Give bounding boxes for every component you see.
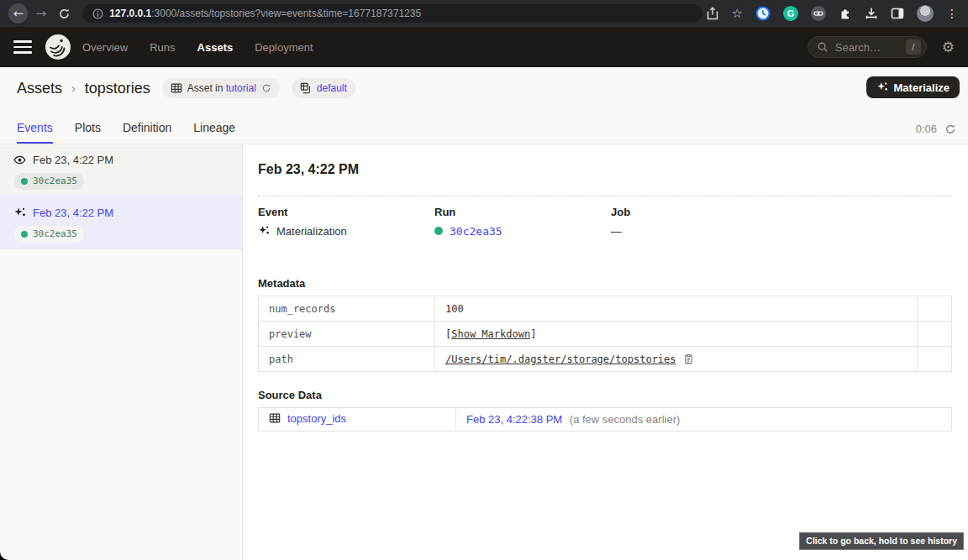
address-bar[interactable]: 127.0.0.1:3000/assets/topstories?view=ev… bbox=[82, 4, 702, 23]
tab-lineage[interactable]: Lineage bbox=[193, 121, 235, 144]
primary-nav: Overview Runs Assets Deployment bbox=[82, 41, 313, 54]
source-time-cell: Feb 23, 4:22:38 PM (a few seconds earlie… bbox=[456, 408, 952, 432]
hamburger-menu-icon[interactable] bbox=[13, 40, 32, 54]
browser-forward-button[interactable]: → bbox=[31, 3, 50, 24]
source-asset-link[interactable]: topstory_ids bbox=[269, 412, 346, 425]
run-id-pill[interactable]: 30c2ea35 bbox=[14, 226, 84, 243]
extension-clock-icon[interactable] bbox=[755, 6, 771, 21]
breadcrumb-assets-link[interactable]: Assets bbox=[17, 80, 62, 97]
event-list-item-observation[interactable]: Feb 23, 4:22 PM 30c2ea35 bbox=[0, 144, 242, 194]
badge-refresh-icon[interactable] bbox=[261, 83, 271, 93]
downloads-icon[interactable] bbox=[865, 7, 878, 20]
observation-eye-icon bbox=[13, 154, 26, 166]
dagster-logo[interactable] bbox=[45, 34, 71, 60]
event-detail-title: Feb 23, 4:22 PM bbox=[258, 161, 952, 178]
reload-icon bbox=[58, 8, 71, 20]
extensions-puzzle-icon[interactable] bbox=[839, 7, 852, 20]
table-row: path /Users/tim/.dagster/storage/topstor… bbox=[259, 347, 952, 372]
window-corner bbox=[0, 552, 8, 560]
copy-clipboard-icon[interactable] bbox=[683, 353, 694, 365]
refresh-icon[interactable] bbox=[944, 123, 956, 135]
search-input[interactable] bbox=[834, 40, 901, 55]
source-data-section-title: Source Data bbox=[258, 389, 952, 401]
browser-back-tooltip: Click to go back, hold to see history bbox=[799, 532, 964, 550]
nav-item-overview[interactable]: Overview bbox=[82, 41, 128, 54]
event-list-item-materialization[interactable]: Feb 23, 4:22 PM 30c2ea35 bbox=[0, 194, 242, 249]
search-shortcut-badge: / bbox=[906, 39, 921, 55]
extension-grammarly-icon[interactable]: G bbox=[783, 6, 798, 21]
job-column: Job — bbox=[611, 206, 787, 238]
run-status-dot bbox=[21, 231, 28, 238]
metadata-key: preview bbox=[259, 322, 435, 347]
group-badge-label: default bbox=[317, 82, 347, 94]
breadcrumb-chevron-icon: › bbox=[71, 81, 76, 95]
nav-item-deployment[interactable]: Deployment bbox=[255, 41, 313, 54]
tab-definition[interactable]: Definition bbox=[123, 121, 171, 144]
reading-list-panel-icon[interactable] bbox=[891, 7, 904, 20]
group-copy-icon bbox=[300, 82, 312, 94]
metadata-spacer-cell bbox=[918, 296, 952, 322]
run-column-label: Run bbox=[434, 206, 611, 218]
share-icon[interactable] bbox=[706, 7, 719, 20]
event-list-sidebar: Feb 23, 4:22 PM 30c2ea35 Feb 23, 4:22 PM… bbox=[0, 144, 243, 560]
breadcrumb-current-asset: topstories bbox=[85, 80, 150, 97]
event-timestamp: Feb 23, 4:22 PM bbox=[33, 207, 113, 219]
detail-divider bbox=[258, 196, 952, 196]
browser-menu-kebab-icon[interactable]: ⋮ bbox=[946, 7, 958, 20]
event-type-value: Materialization bbox=[276, 225, 347, 238]
tutorial-link[interactable]: tutorial bbox=[226, 82, 256, 94]
nav-item-runs[interactable]: Runs bbox=[150, 41, 175, 54]
url-host: 127.0.0.1 bbox=[109, 8, 151, 19]
materialize-button-label: Materialize bbox=[894, 81, 950, 94]
asset-grid-icon bbox=[171, 82, 182, 94]
table-row: topstory_ids Feb 23, 4:22:38 PM (a few s… bbox=[259, 408, 952, 432]
metadata-spacer-cell bbox=[918, 347, 952, 372]
run-id-link[interactable]: 30c2ea35 bbox=[450, 225, 502, 238]
bracket-close: ] bbox=[530, 328, 536, 340]
run-id-pill[interactable]: 30c2ea35 bbox=[14, 173, 84, 190]
asset-group-badge[interactable]: default bbox=[292, 78, 355, 98]
event-column-label: Event bbox=[258, 206, 434, 218]
table-row: preview [Show Markdown] bbox=[259, 322, 952, 347]
search-icon bbox=[817, 41, 829, 53]
tab-plots[interactable]: Plots bbox=[75, 121, 101, 144]
run-id-label: 30c2ea35 bbox=[33, 175, 77, 186]
show-markdown-link[interactable]: Show Markdown bbox=[451, 328, 530, 340]
browser-actions: ☆ G ⋮ bbox=[706, 5, 960, 22]
event-summary-columns: Event Materialization Run 30c2ea35 Job — bbox=[258, 206, 952, 238]
asset-page-header: Assets › topstories Asset in tutorial de… bbox=[0, 67, 968, 144]
nav-item-assets[interactable]: Assets bbox=[197, 41, 234, 54]
metadata-value: 100 bbox=[435, 296, 918, 322]
site-info-icon[interactable] bbox=[92, 8, 103, 19]
asset-tutorial-badge[interactable]: Asset in tutorial bbox=[162, 78, 280, 98]
metadata-key: path bbox=[259, 347, 435, 372]
source-time-note: (a few seconds earlier) bbox=[570, 413, 681, 426]
table-row: num_records 100 bbox=[259, 296, 952, 322]
refresh-countdown: 0:06 bbox=[916, 123, 937, 135]
path-link[interactable]: /Users/tim/.dagster/storage/topstories bbox=[445, 353, 676, 365]
metadata-key: num_records bbox=[259, 296, 435, 322]
run-column: Run 30c2ea35 bbox=[434, 206, 611, 238]
asset-tabs: Events Plots Definition Lineage bbox=[17, 121, 235, 144]
event-detail-pane: Feb 23, 4:22 PM Event Materialization Ru… bbox=[243, 144, 968, 560]
event-column: Event Materialization bbox=[258, 206, 434, 238]
event-timestamp: Feb 23, 4:22 PM bbox=[33, 154, 113, 166]
browser-reload-button[interactable] bbox=[55, 3, 74, 24]
extension-goggles-icon[interactable] bbox=[811, 6, 826, 21]
tutorial-badge-text: Asset in tutorial bbox=[187, 82, 256, 94]
metadata-table: num_records 100 preview [Show Markdown] … bbox=[258, 296, 952, 372]
materialize-button[interactable]: Materialize bbox=[866, 76, 960, 98]
materialize-sparkle-icon bbox=[876, 81, 888, 93]
tutorial-badge-prefix: Asset in bbox=[187, 82, 224, 94]
global-search[interactable]: / bbox=[808, 36, 927, 58]
source-data-table: topstory_ids Feb 23, 4:22:38 PM (a few s… bbox=[258, 407, 952, 432]
browser-back-button[interactable]: ← bbox=[8, 3, 28, 24]
metadata-value: /Users/tim/.dagster/storage/topstories bbox=[435, 347, 918, 372]
settings-gear-icon[interactable]: ⚙ bbox=[942, 39, 955, 55]
bookmark-star-icon[interactable]: ☆ bbox=[732, 6, 743, 21]
tab-events[interactable]: Events bbox=[17, 121, 53, 144]
source-time-link[interactable]: Feb 23, 4:22:38 PM bbox=[466, 413, 562, 426]
materialization-sparkle-icon bbox=[258, 225, 270, 237]
browser-profile-avatar[interactable] bbox=[917, 5, 934, 22]
source-asset-name: topstory_ids bbox=[287, 412, 346, 425]
